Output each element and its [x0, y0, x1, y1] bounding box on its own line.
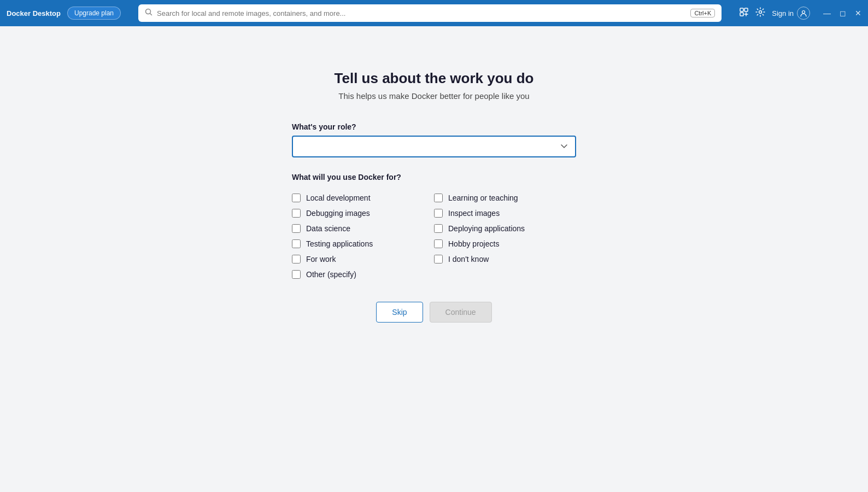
checkbox-deploying-apps-label: Deploying applications — [448, 224, 525, 233]
checkbox-testing-apps-label: Testing applications — [306, 239, 373, 248]
skip-button[interactable]: Skip — [376, 302, 423, 323]
checkbox-deploying-apps[interactable]: Deploying applications — [434, 221, 576, 236]
checkbox-dont-know-label: I don't know — [448, 255, 489, 263]
checkbox-hobby-projects[interactable]: Hobby projects — [434, 236, 576, 251]
checkbox-data-science-input[interactable] — [292, 224, 301, 233]
checkbox-local-dev-input[interactable] — [292, 194, 301, 202]
svg-point-4 — [759, 11, 762, 14]
checkbox-hobby-projects-label: Hobby projects — [448, 239, 499, 248]
checkbox-dont-know-input[interactable] — [434, 255, 443, 263]
svg-rect-3 — [740, 13, 743, 16]
search-shortcut-badge: Ctrl+K — [690, 9, 715, 17]
svg-rect-1 — [740, 8, 743, 11]
close-button[interactable]: ✕ — [855, 9, 861, 17]
titlebar: Docker Desktop Upgrade plan Ctrl+K — [0, 0, 868, 26]
checkbox-dont-know[interactable]: I don't know — [434, 251, 576, 267]
checkbox-inspect-images-input[interactable] — [434, 209, 443, 218]
checkbox-local-dev-label: Local development — [306, 194, 371, 202]
role-select[interactable]: Developer DevOps Engineer Student Other — [292, 136, 576, 157]
checkbox-other-label: Other (specify) — [306, 270, 356, 279]
checkbox-debugging-images[interactable]: Debugging images — [292, 206, 434, 221]
checkbox-learning[interactable]: Learning or teaching — [434, 190, 576, 206]
checkbox-inspect-images[interactable]: Inspect images — [434, 206, 576, 221]
checkbox-inspect-images-label: Inspect images — [448, 209, 500, 218]
checkbox-data-science[interactable]: Data science — [292, 221, 434, 236]
checkbox-deploying-apps-input[interactable] — [434, 224, 443, 233]
app-name: Docker Desktop — [7, 9, 61, 17]
checkboxes-grid: Local development Learning or teaching D… — [292, 190, 576, 282]
sign-in-label: Sign in — [772, 9, 794, 17]
checkbox-other-input[interactable] — [292, 270, 301, 279]
checkbox-learning-label: Learning or teaching — [448, 194, 518, 202]
titlebar-right: Sign in — ◻ ✕ — [739, 7, 861, 20]
avatar — [797, 7, 810, 20]
search-bar: Ctrl+K — [138, 4, 722, 22]
checkbox-hobby-projects-input[interactable] — [434, 239, 443, 248]
checkbox-learning-input[interactable] — [434, 194, 443, 202]
main-content: Tell us about the work you do This helps… — [0, 26, 868, 323]
svg-point-5 — [802, 11, 805, 14]
minimize-button[interactable]: — — [823, 9, 831, 17]
buttons-row: Skip Continue — [292, 302, 576, 323]
extensions-icon[interactable] — [739, 7, 749, 19]
maximize-button[interactable]: ◻ — [840, 9, 846, 17]
page-title: Tell us about the work you do — [335, 70, 534, 87]
checkbox-for-work[interactable]: For work — [292, 251, 434, 267]
checkbox-data-science-label: Data science — [306, 224, 350, 233]
window-controls: — ◻ ✕ — [823, 9, 861, 17]
checkbox-testing-apps[interactable]: Testing applications — [292, 236, 434, 251]
form-section: What's your role? Developer DevOps Engin… — [292, 122, 576, 323]
checkbox-for-work-input[interactable] — [292, 255, 301, 263]
checkbox-other[interactable]: Other (specify) — [292, 267, 434, 282]
checkbox-debug-images-input[interactable] — [292, 209, 301, 218]
checkbox-for-work-label: For work — [306, 255, 336, 263]
search-input[interactable] — [157, 9, 686, 17]
continue-button[interactable]: Continue — [430, 302, 492, 323]
upgrade-plan-button[interactable]: Upgrade plan — [67, 7, 121, 20]
checkbox-local-development[interactable]: Local development — [292, 190, 434, 206]
page-subtitle: This helps us make Docker better for peo… — [338, 91, 529, 101]
role-label: What's your role? — [292, 122, 576, 131]
settings-icon[interactable] — [755, 7, 765, 19]
docker-use-label: What will you use Docker for? — [292, 173, 576, 181]
search-icon — [145, 8, 153, 18]
checkbox-debug-images-label: Debugging images — [306, 209, 370, 218]
checkbox-testing-apps-input[interactable] — [292, 239, 301, 248]
svg-rect-2 — [744, 8, 748, 11]
sign-in-button[interactable]: Sign in — [772, 7, 810, 20]
